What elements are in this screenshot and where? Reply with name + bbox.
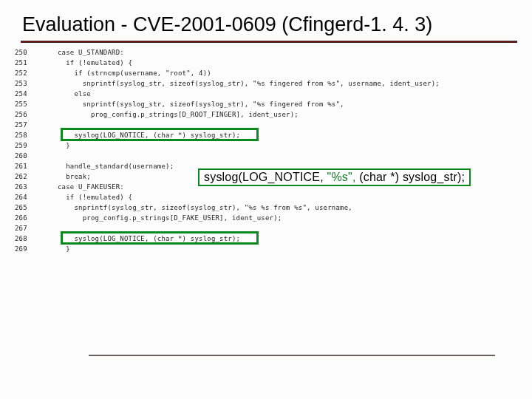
line-number: 256 (15, 109, 58, 120)
code-line: 265 snprintf(syslog_str, sizeof(syslog_s… (15, 202, 517, 213)
line-number: 266 (15, 213, 58, 223)
code-text: syslog(LOG_NOTICE, (char *) syslog_str); (58, 235, 240, 242)
code-text: syslog(LOG_NOTICE, (char *) syslog_str); (58, 132, 240, 139)
code-text: prog_config.p_strings[D_ROOT_FINGER], id… (58, 111, 299, 118)
title-underline (21, 41, 517, 43)
code-text: case U_STANDARD: (58, 49, 124, 56)
code-text: snprintf(syslog_str, sizeof(syslog_str),… (58, 100, 344, 108)
code-text: if (!emulated) { (58, 59, 132, 66)
code-line: 258 syslog(LOG_NOTICE, (char *) syslog_s… (15, 130, 517, 140)
fix-suffix: (char *) syslog_str); (356, 171, 466, 183)
code-text: break; (58, 173, 91, 180)
code-line: 266 prog_config.p_strings[D_FAKE_USER], … (15, 213, 517, 223)
code-line: 256 prog_config.p_strings[D_ROOT_FINGER]… (15, 109, 517, 120)
code-line: 259 } (15, 140, 517, 151)
code-line: 269 } (15, 244, 517, 254)
code-listing: 250case U_STANDARD:251 if (!emulated) {2… (15, 47, 517, 316)
code-line: 264 if (!emulated) { (15, 192, 517, 202)
code-line: 257 (15, 120, 517, 130)
code-line: 260 (15, 151, 517, 161)
code-text: snprintf(syslog_str, sizeof(syslog_str),… (58, 80, 440, 87)
line-number: 269 (15, 244, 58, 254)
line-number: 260 (15, 151, 58, 161)
code-text: } (58, 245, 70, 253)
line-number: 267 (15, 223, 58, 233)
line-number: 250 (15, 47, 58, 58)
line-number: 259 (15, 140, 58, 151)
line-number: 261 (15, 161, 58, 171)
code-line: 250case U_STANDARD: (15, 47, 517, 58)
code-line: 251 if (!emulated) { (15, 58, 517, 68)
line-number: 262 (15, 171, 58, 182)
line-number: 258 (15, 130, 58, 140)
code-text: prog_config.p_strings[D_FAKE_USER], iden… (58, 214, 282, 222)
line-number: 265 (15, 202, 58, 213)
fix-suggestion-box: syslog(LOG_NOTICE, "%s", (char *) syslog… (198, 168, 471, 186)
line-number: 264 (15, 192, 58, 202)
code-text: else (58, 90, 91, 98)
fix-highlight: "%s", (327, 171, 356, 183)
code-text: handle_standard(username); (58, 163, 174, 170)
code-text: } (58, 142, 70, 149)
code-line: 267 (15, 223, 517, 233)
code-text: snprintf(syslog_str, sizeof(syslog_str),… (58, 204, 352, 211)
code-line: 253 snprintf(syslog_str, sizeof(syslog_s… (15, 78, 517, 89)
line-number: 263 (15, 182, 58, 192)
line-number: 252 (15, 68, 58, 78)
code-text: if (!emulated) { (58, 194, 132, 201)
code-line: 255 snprintf(syslog_str, sizeof(syslog_s… (15, 99, 517, 109)
code-line: 254 else (15, 89, 517, 99)
code-line: 268 syslog(LOG_NOTICE, (char *) syslog_s… (15, 233, 517, 244)
code-text: if (strncmp(username, "root", 4)) (58, 69, 211, 77)
line-number: 255 (15, 99, 58, 109)
code-text: case U_FAKEUSER: (58, 183, 124, 191)
line-number: 253 (15, 78, 58, 89)
line-number: 251 (15, 58, 58, 68)
line-number: 254 (15, 89, 58, 99)
footer-rule (89, 355, 495, 356)
slide-title: Evaluation - CVE-2001-0609 (Cfingerd-1. … (0, 0, 532, 41)
line-number: 268 (15, 233, 58, 244)
code-line: 252 if (strncmp(username, "root", 4)) (15, 68, 517, 78)
fix-prefix: syslog(LOG_NOTICE, (204, 171, 327, 183)
line-number: 257 (15, 120, 58, 130)
